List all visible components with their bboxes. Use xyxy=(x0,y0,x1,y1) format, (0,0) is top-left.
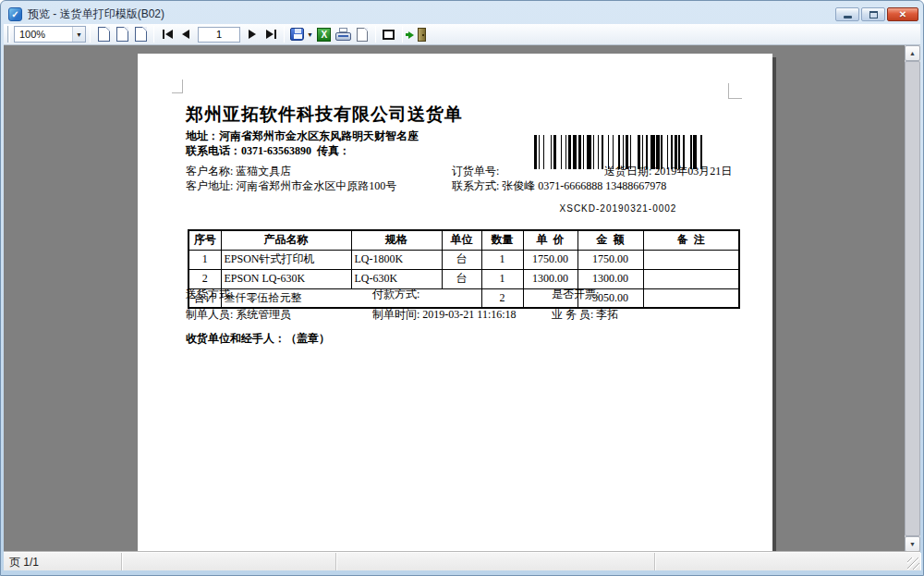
next-page-icon xyxy=(249,30,256,39)
col-header: 规格 xyxy=(351,230,442,250)
vertical-scrollbar[interactable]: ▲ ▼ xyxy=(905,45,920,552)
cell-remark xyxy=(643,269,739,288)
status-bar: 页 1/1 xyxy=(4,552,920,570)
status-panel xyxy=(122,553,336,570)
cell-remark xyxy=(643,250,739,269)
creator: 制单人员: 系统管理员 xyxy=(186,307,291,323)
contact-info: 联系方式: 张俊峰 0371-6666888 13488667978 xyxy=(452,178,666,194)
page-icon xyxy=(116,27,128,42)
toolbar-separator xyxy=(90,26,91,43)
cell-unit: 台 xyxy=(442,250,481,269)
toolbar-separator xyxy=(375,26,376,43)
document-title: 郑州亚拓软件科技有限公司送货单 xyxy=(186,103,463,127)
preview-window: ✓ 预览 - 送货单打印模版(B02) ✕ 100% ▼ ▼ X xyxy=(0,0,924,576)
fit-width-button[interactable] xyxy=(113,25,131,43)
printer-icon xyxy=(335,28,351,41)
empty-cell xyxy=(643,288,739,308)
delivery-date: 送货日期: 2019年03月21日 xyxy=(604,164,732,179)
cell-amount: 1750.00 xyxy=(578,250,643,269)
cell-price: 1750.00 xyxy=(523,250,578,269)
toolbar: 100% ▼ ▼ X xyxy=(4,24,920,45)
next-page-button[interactable] xyxy=(243,25,261,43)
table-header-row: 序号 产品名称 规格 单位 数量 单 价 金 额 备 注 xyxy=(188,230,739,250)
col-header: 单 价 xyxy=(523,230,578,250)
items-table: 序号 产品名称 规格 单位 数量 单 价 金 额 备 注 1 xyxy=(188,229,740,309)
table-row: 2 EPSON LQ-630K LQ-630K 台 1 1300.00 1300… xyxy=(188,269,739,288)
app-icon-glyph: ✓ xyxy=(11,9,18,19)
cell-amount: 1300.00 xyxy=(578,269,643,288)
zoom-value: 100% xyxy=(19,29,45,40)
table-total-row: 合计 叁仟零伍拾元整 2 3050.00 xyxy=(188,288,739,308)
toolbar-separator xyxy=(402,26,403,43)
app-icon: ✓ xyxy=(8,7,22,21)
cell-seq: 1 xyxy=(188,250,221,269)
print-button[interactable] xyxy=(334,25,353,43)
minimize-button[interactable] xyxy=(835,7,859,21)
last-page-icon xyxy=(274,30,276,39)
toolbar-grip xyxy=(7,26,10,43)
col-header: 产品名称 xyxy=(221,230,351,250)
cell-product: EPSON针式打印机 xyxy=(221,250,351,269)
prev-page-button[interactable] xyxy=(176,25,195,43)
maximize-button[interactable] xyxy=(861,7,885,21)
payment-method: 付款方式: xyxy=(372,287,419,302)
chevron-down-icon: ▼ xyxy=(72,27,85,42)
status-panel xyxy=(655,553,920,570)
page-icon xyxy=(98,27,110,42)
status-panel xyxy=(336,553,655,570)
title-bar: ✓ 预览 - 送货单打印模版(B02) ✕ xyxy=(1,1,923,24)
margin-corner-mark xyxy=(728,83,742,99)
scrollbar-thumb[interactable] xyxy=(905,61,920,536)
first-page-icon xyxy=(165,30,173,39)
prev-page-icon xyxy=(182,30,189,39)
total-qty: 2 xyxy=(481,288,523,308)
first-page-button[interactable] xyxy=(158,25,176,43)
invoice-flag: 是否开票: xyxy=(552,287,599,302)
scroll-up-icon: ▲ xyxy=(909,50,916,56)
cell-unit: 台 xyxy=(442,269,481,288)
delivery-method: 送货方式: xyxy=(186,287,233,302)
cell-price: 1300.00 xyxy=(523,269,578,288)
close-button[interactable]: ✕ xyxy=(887,7,918,21)
cell-qty: 1 xyxy=(481,269,523,288)
receiver-line: 收货单位和经手人：（盖章） xyxy=(186,331,330,347)
cell-seq: 2 xyxy=(188,269,221,288)
create-time: 制单时间: 2019-03-21 11:16:18 xyxy=(372,307,517,323)
col-header: 金 额 xyxy=(578,230,643,250)
col-header: 单位 xyxy=(442,230,481,250)
exit-door-icon xyxy=(408,28,426,42)
page-number-input[interactable] xyxy=(198,27,240,43)
new-document-button[interactable] xyxy=(353,25,371,43)
cell-spec: LQ-1800K xyxy=(351,250,442,269)
status-page-info: 页 1/1 xyxy=(4,553,122,570)
order-number: 订货单号: xyxy=(452,164,499,179)
page-icon xyxy=(135,27,147,42)
close-icon: ✕ xyxy=(899,9,906,19)
cell-qty: 1 xyxy=(481,250,523,269)
fit-page-button[interactable] xyxy=(94,25,113,43)
preview-area: 郑州亚拓软件科技有限公司送货单 地址：河南省郑州市金水区东风路明天财智名座 联系… xyxy=(4,45,920,552)
actual-size-button[interactable] xyxy=(131,25,150,43)
save-menu-arrow-icon[interactable]: ▼ xyxy=(307,31,313,38)
blank-page-icon xyxy=(357,28,368,42)
last-page-button[interactable] xyxy=(261,25,280,43)
resize-grip[interactable] xyxy=(907,558,919,570)
page-setup-button[interactable] xyxy=(380,25,398,43)
page-border-icon xyxy=(383,30,395,40)
excel-icon: X xyxy=(317,28,331,42)
col-header: 序号 xyxy=(188,230,221,250)
export-excel-button[interactable]: X xyxy=(315,25,334,43)
col-header: 备 注 xyxy=(643,230,739,250)
scroll-down-button[interactable]: ▼ xyxy=(905,536,920,552)
window-controls: ✕ xyxy=(835,7,918,21)
scroll-down-icon: ▼ xyxy=(909,541,916,547)
toolbar-separator xyxy=(284,26,285,43)
first-page-icon xyxy=(163,30,164,39)
scroll-up-button[interactable]: ▲ xyxy=(905,45,920,61)
exit-preview-button[interactable] xyxy=(407,25,428,43)
col-header: 数量 xyxy=(481,230,523,250)
cell-spec: LQ-630K xyxy=(351,269,442,288)
zoom-select[interactable]: 100% ▼ xyxy=(14,26,86,43)
save-button[interactable]: ▼ xyxy=(288,25,315,43)
window-title: 预览 - 送货单打印模版(B02) xyxy=(28,6,164,22)
